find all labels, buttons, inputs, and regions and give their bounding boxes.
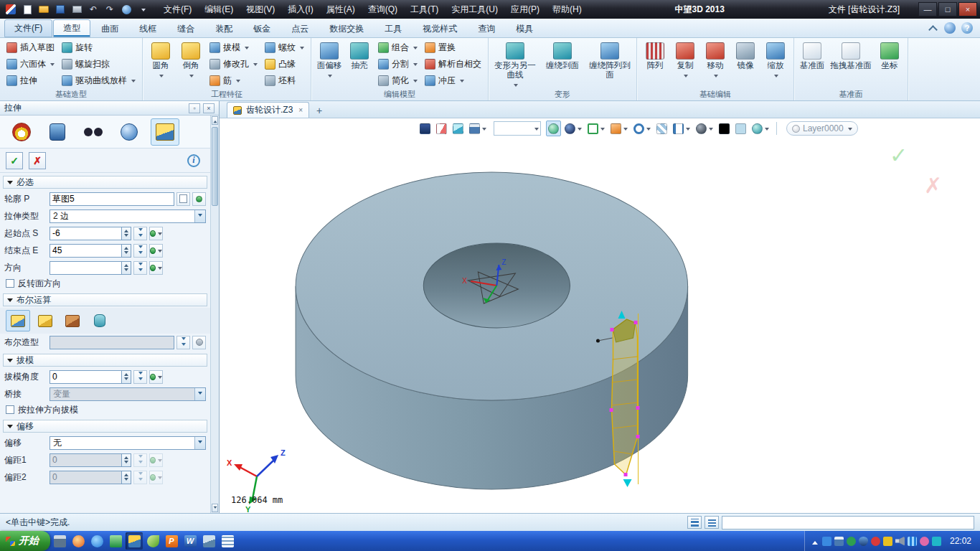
draft-angle-input[interactable] (50, 370, 121, 384)
clock[interactable]: 22:02 (944, 536, 976, 546)
pdf-icon[interactable]: P (163, 532, 180, 550)
save-icon[interactable] (52, 2, 68, 17)
tab-close-icon[interactable]: × (298, 106, 303, 114)
tab-tools[interactable]: 工具 (374, 20, 412, 37)
boolean-base-button[interactable] (6, 310, 30, 331)
close-button[interactable]: × (958, 2, 977, 17)
tab-shape[interactable]: 造型 (53, 19, 90, 37)
wrap-to-face-button[interactable]: 缠绕到面 (539, 39, 586, 89)
panel-header[interactable]: 拉伸 ▫ × (0, 101, 219, 116)
extrude-type-select[interactable]: 2 边 (50, 209, 206, 223)
start-point-spinner[interactable] (121, 227, 131, 240)
draft-by-extrude-direction-checkbox[interactable]: 按拉伸方向拔模 (0, 402, 210, 417)
undo-icon[interactable]: ↶ (85, 2, 101, 17)
insert-sketch-button[interactable]: 插入草图 (3, 40, 58, 55)
print-icon[interactable] (69, 2, 85, 17)
modify-hole-button[interactable]: 修改孔 (206, 57, 261, 72)
scroll-down-icon[interactable] (212, 504, 218, 512)
start-point-options-icon[interactable] (133, 227, 147, 240)
profile-input[interactable] (50, 192, 174, 206)
profile-pick-icon[interactable] (192, 192, 206, 206)
curvature-display-icon[interactable] (631, 121, 653, 136)
show-desktop-icon[interactable] (51, 532, 68, 550)
shaded-display-icon[interactable] (562, 121, 584, 136)
volume-icon[interactable] (895, 537, 905, 546)
copy-button[interactable]: 复制 (670, 39, 700, 89)
punch-button[interactable]: 冲压 (421, 73, 485, 88)
panel-close-icon[interactable]: × (203, 103, 215, 113)
status-list-icon[interactable] (705, 516, 719, 529)
chevron-down-icon[interactable] (194, 210, 205, 222)
boolean-add-button[interactable] (33, 310, 57, 331)
layer-combo[interactable]: Layer0000 (786, 121, 858, 136)
media-icon[interactable] (107, 532, 124, 550)
menu-insert[interactable]: 插入(I) (281, 0, 319, 19)
redo-icon[interactable]: ↷ (102, 2, 118, 17)
driven-curve-loft-button[interactable]: 驱动曲线放样 (58, 73, 139, 88)
flip-face-direction-checkbox[interactable]: 反转面方向 (0, 276, 210, 291)
edge-color-swatch[interactable] (717, 121, 732, 136)
solid-box-icon[interactable] (151, 118, 179, 146)
update-icon[interactable] (883, 537, 892, 546)
menu-applications[interactable]: 应用(P) (504, 0, 546, 19)
section-header-required[interactable]: 必选 (3, 176, 207, 189)
hidden-icons-chevron[interactable] (812, 538, 818, 545)
simplify-button[interactable]: 简化 (374, 73, 421, 88)
quick-access-dropdown-icon[interactable] (135, 2, 151, 17)
wireframe-display-icon[interactable] (585, 121, 607, 136)
menu-tools[interactable]: 工具(T) (404, 0, 445, 19)
menu-help[interactable]: 帮助(H) (546, 0, 588, 19)
section-header-draft[interactable]: 拔模 (3, 354, 207, 367)
tab-assembly[interactable]: 装配 (205, 20, 242, 37)
blank-erase-icon[interactable] (434, 121, 449, 136)
offset-distance2-spinner[interactable] (121, 471, 131, 484)
sphere-icon[interactable] (115, 118, 143, 146)
fillet-button[interactable]: 圆角 (146, 39, 176, 89)
profile-list-icon[interactable] (176, 192, 190, 206)
csys-button[interactable]: 坐标 (875, 39, 905, 89)
face-offset-button[interactable]: 面偏移 (314, 39, 344, 89)
tab-inquire[interactable]: 查询 (468, 20, 505, 37)
ime-icon[interactable] (822, 537, 831, 546)
status-grid-icon[interactable] (687, 516, 702, 529)
maximize-button[interactable]: □ (938, 2, 957, 17)
material-icon[interactable] (750, 121, 771, 136)
facet-display-icon[interactable] (608, 121, 630, 136)
new-file-icon[interactable] (19, 2, 35, 17)
boolean-shapes-input[interactable] (50, 336, 174, 349)
draft-button[interactable]: 拔模 (206, 40, 261, 55)
spiral-sweep-button[interactable]: 螺旋扫掠 (58, 57, 139, 72)
status-command-input[interactable] (722, 516, 974, 529)
divide-button[interactable]: 分割 (374, 57, 421, 72)
minimize-button[interactable]: — (918, 2, 937, 17)
boolean-remove-button[interactable] (60, 310, 85, 331)
chamfer-button[interactable]: 倒角 (176, 39, 206, 89)
view-select-combo[interactable] (494, 121, 541, 136)
draft-angle-pick-icon[interactable] (149, 370, 163, 384)
dimension-display-icon[interactable] (671, 121, 692, 136)
resolve-self-intersection-button[interactable]: 解析自相交 (421, 57, 485, 72)
panel-minimize-icon[interactable]: ▫ (189, 103, 200, 113)
offset-distance1-input[interactable] (50, 453, 121, 467)
section-view-icon[interactable] (654, 121, 669, 136)
tab-sheet-metal[interactable]: 钣金 (243, 20, 281, 37)
thread-button[interactable]: 螺纹 (261, 40, 308, 55)
background-color-swatch[interactable] (733, 121, 748, 136)
lip-button[interactable]: 凸缘 (261, 57, 308, 72)
datum-display-icon[interactable] (451, 121, 466, 136)
draft-angle-options-icon[interactable] (133, 370, 147, 384)
open-file-icon[interactable] (36, 2, 52, 17)
tab-file[interactable]: 文件(F) (4, 19, 52, 37)
assistant-icon[interactable] (944, 22, 956, 34)
app-logo-icon[interactable] (3, 2, 19, 17)
viewport[interactable]: X Z (220, 101, 980, 513)
boolean-intersect-button[interactable] (88, 310, 112, 331)
cad-box-icon[interactable] (200, 532, 217, 550)
menu-file[interactable]: 文件(F) (157, 0, 198, 19)
tab-point-cloud[interactable]: 点云 (281, 20, 319, 37)
boolean-pick-icon[interactable] (192, 336, 206, 349)
draft-angle-spinner[interactable] (121, 370, 131, 384)
combine-button[interactable]: 组合 (374, 40, 421, 55)
menu-edit[interactable]: 编辑(E) (198, 0, 240, 19)
shell-button[interactable]: 抽壳 (344, 39, 374, 89)
